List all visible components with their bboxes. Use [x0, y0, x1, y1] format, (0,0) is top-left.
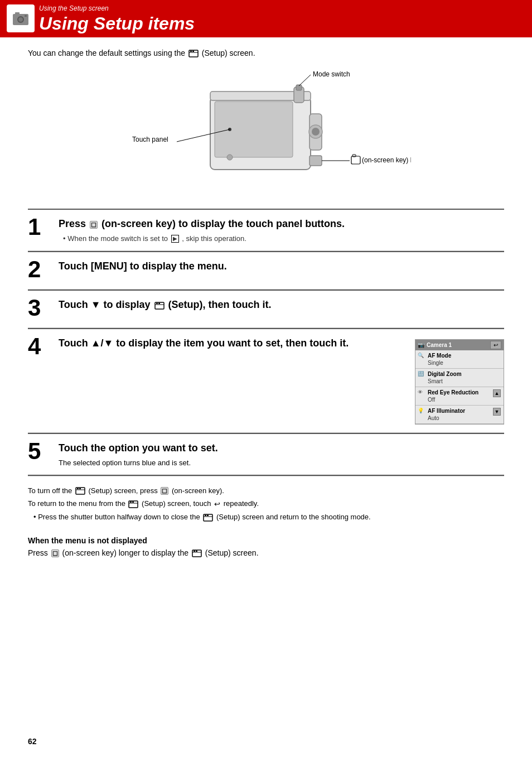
step-2-block: 2 Touch [MENU] to display the menu.	[28, 251, 504, 290]
svg-rect-4	[25, 15, 27, 17]
intro-paragraph: You can change the default settings usin…	[28, 49, 504, 58]
menu-row-icon: 🔍	[418, 352, 428, 358]
menu-row-label: Red Eye Reduction	[428, 389, 492, 396]
svg-rect-43	[194, 551, 195, 552]
menu-screenshot: 📷 Camera 1 ↩ 🔍 AF Mode Single	[415, 339, 504, 425]
step-4-block: 4 Touch ▲/▼ to display the item you want…	[28, 328, 504, 433]
step-4-content: Touch ▲/▼ to display the item you want t…	[59, 337, 504, 425]
diagram-svg: Mode switch Touch panel (on-screen key) …	[121, 69, 411, 186]
touch-panel-label: Touch panel	[132, 136, 168, 143]
step-4-title: Touch ▲/▼ to display the item you want t…	[59, 337, 404, 350]
svg-rect-17	[309, 156, 322, 166]
step-1-number: 1	[28, 215, 59, 239]
menu-row-afillum[interactable]: 💡 AF Illuminator Auto ▼	[415, 406, 504, 424]
step1-onscreen-icon: 🔲	[90, 221, 98, 229]
svg-rect-39	[205, 515, 206, 516]
menu-row-redeye[interactable]: 👁 Red Eye Reduction Off ▲	[415, 387, 504, 406]
step-1-block: 1 Press 🔲 (on-screen key) to display the…	[28, 209, 504, 251]
header-camera-icon	[7, 4, 35, 32]
step-3-content: Touch ▼ to display (Setup), then touch i…	[59, 298, 504, 315]
menu-row-icon: 👁	[418, 389, 428, 395]
header-subtitle: Using the Setup screen	[39, 4, 525, 12]
when-onscreen-icon: 🔲	[51, 549, 59, 557]
menu-scroll-col: ▲	[492, 389, 501, 398]
svg-rect-10	[215, 102, 293, 157]
footer-line1: To turn off the (Setup) screen, press 🔲 …	[28, 485, 504, 496]
svg-rect-28	[158, 303, 160, 304]
step3-setup-icon	[154, 301, 165, 310]
footer-notes: To turn off the (Setup) screen, press 🔲 …	[28, 476, 504, 529]
when-not-displayed-heading: When the menu is not displayed	[28, 536, 504, 545]
svg-point-3	[18, 17, 23, 22]
camera-diagram: Mode switch Touch panel (on-screen key) …	[28, 69, 504, 192]
when-not-displayed-text: Press 🔲 (on-screen key) longer to displa…	[28, 548, 504, 558]
menu-row-value: Off	[428, 396, 492, 403]
menu-header-icon: 📷	[418, 342, 424, 348]
svg-rect-1	[15, 12, 20, 15]
onscreen-btn-label: (on-screen key) button	[362, 156, 411, 164]
svg-rect-31	[77, 488, 79, 489]
menu-row-text: AF Mode Single	[428, 352, 501, 367]
menu-header-row: 📷 Camera 1 ↩	[415, 340, 504, 350]
menu-row-value: Auto	[428, 414, 492, 422]
svg-rect-44	[196, 551, 197, 552]
page-content: You can change the default settings usin…	[0, 37, 532, 569]
menu-row-icon: 💡	[418, 407, 428, 413]
menu-row-label: Digital Zoom	[428, 370, 501, 378]
menu-scroll-up[interactable]: ▲	[493, 389, 501, 397]
intro-text-after: (Setup) screen.	[202, 49, 255, 57]
menu-row-text: Digital Zoom Smart	[428, 370, 501, 385]
footer-setup-icon2	[128, 500, 138, 509]
page-number: 62	[28, 737, 37, 746]
menu-row-afmode[interactable]: 🔍 AF Mode Single	[415, 350, 504, 369]
menu-row-icon: 🔢	[418, 370, 428, 377]
step-2-number: 2	[28, 258, 59, 281]
svg-point-16	[312, 128, 320, 136]
footer-line2: To return to the menu from the (Setup) s…	[28, 498, 504, 509]
menu-scroll-col: ▼	[492, 407, 501, 416]
when-not-displayed-section: When the menu is not displayed Press 🔲 (…	[28, 536, 504, 558]
mode-switch-label: Mode switch	[313, 70, 350, 78]
step-5-content: Touch the option you want to set. The se…	[59, 442, 504, 466]
menu-row-label: AF Illuminator	[428, 407, 492, 414]
svg-rect-40	[207, 515, 209, 516]
header-title: Using Setup items	[39, 13, 525, 34]
svg-point-18	[227, 155, 233, 160]
step1-playback-icon: ▶	[171, 235, 179, 243]
svg-rect-7	[190, 51, 192, 52]
svg-rect-36	[132, 502, 134, 503]
step-1-content: Press 🔲 (on-screen key) to display the t…	[59, 218, 504, 243]
step-1-title: Press 🔲 (on-screen key) to display the t…	[59, 218, 504, 230]
step-5-block: 5 Touch the option you want to set. The …	[28, 433, 504, 475]
step-1-sub: When the mode switch is set to ▶ , skip …	[63, 234, 504, 243]
svg-rect-35	[130, 502, 132, 503]
svg-rect-27	[156, 303, 158, 304]
menu-row-digitalzoom[interactable]: 🔢 Digital Zoom Smart	[415, 369, 504, 387]
step-4-number: 4	[28, 335, 59, 358]
footer-return-icon: ↩	[214, 499, 220, 510]
step-5-title: Touch the option you want to set.	[59, 442, 504, 455]
footer-onscreen-icon1: 🔲	[161, 487, 168, 495]
menu-row-value: Single	[428, 359, 501, 367]
menu-row-text: AF Illuminator Auto	[428, 407, 492, 422]
menu-scroll-down[interactable]: ▼	[493, 408, 501, 416]
step-4-menu-image: 📷 Camera 1 ↩ 🔍 AF Mode Single	[415, 339, 504, 425]
step-5-number: 5	[28, 440, 59, 463]
step-3-number: 3	[28, 296, 59, 320]
intro-text-before: You can change the default settings usin…	[28, 49, 185, 57]
step-2-title: Touch [MENU] to display the menu.	[59, 260, 504, 273]
svg-rect-32	[79, 488, 81, 489]
menu-row-label: AF Mode	[428, 352, 501, 359]
menu-back-button[interactable]: ↩	[490, 341, 501, 349]
menu-row-value: Smart	[428, 378, 501, 385]
svg-line-20	[299, 75, 311, 86]
step-3-block: 3 Touch ▼ to display (Setup), then touch…	[28, 290, 504, 328]
setup-icon-inline	[188, 49, 199, 58]
footer-setup-icon3	[203, 513, 213, 522]
step-5-sub: The selected option turns blue and is se…	[59, 459, 504, 467]
svg-rect-23	[351, 156, 360, 164]
footer-setup-icon1	[75, 486, 85, 495]
when-setup-icon	[192, 549, 202, 558]
step-2-content: Touch [MENU] to display the menu.	[59, 260, 504, 276]
step-4-inner: Touch ▲/▼ to display the item you want t…	[59, 337, 504, 425]
